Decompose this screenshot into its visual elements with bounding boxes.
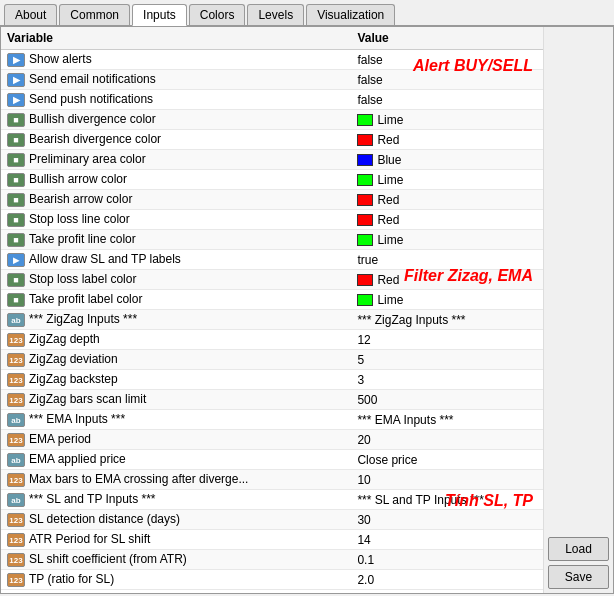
table-row[interactable]: ■Bearish divergence colorRed (1, 130, 543, 150)
col-variable: Variable (1, 27, 351, 50)
value-cell: 14 (351, 530, 543, 550)
value-cell: 2.0 (351, 570, 543, 590)
color-swatch (357, 154, 373, 166)
table-row[interactable]: ■Take profit line colorLime (1, 230, 543, 250)
value-cell: Lime (351, 290, 543, 310)
save-button[interactable]: Save (548, 565, 609, 589)
tab-about[interactable]: About (4, 4, 57, 25)
variable-label: Send email notifications (29, 72, 156, 86)
value-cell: 3 (351, 370, 543, 390)
num-icon: 123 (7, 433, 25, 447)
ab-icon: ab (7, 313, 25, 327)
table-row[interactable]: 123ATR Period for SL shift14 (1, 530, 543, 550)
value-cell: Red (351, 130, 543, 150)
variable-label: EMA applied price (29, 452, 126, 466)
tab-inputs[interactable]: Inputs (132, 4, 187, 26)
table-row[interactable]: ■Stop loss label colorRed (1, 270, 543, 290)
color-swatch (357, 174, 373, 186)
value-cell: Red (351, 210, 543, 230)
variable-cell: ■Bullish divergence color (1, 110, 351, 130)
variable-cell: 123ZigZag backstep (1, 370, 351, 390)
variable-label: ZigZag depth (29, 332, 100, 346)
table-row[interactable]: ▶Send email notificationsfalse (1, 70, 543, 90)
table-row[interactable]: ■Bullish arrow colorLime (1, 170, 543, 190)
value-cell: *** EMA Inputs *** (351, 410, 543, 430)
value-text: 20 (357, 433, 370, 447)
table-row[interactable]: abEMA applied priceClose price (1, 450, 543, 470)
value-text: Lime (377, 173, 403, 187)
value-text: true (357, 253, 378, 267)
value-text: 12 (357, 333, 370, 347)
load-button[interactable]: Load (548, 537, 609, 561)
color-icon: ■ (7, 293, 25, 307)
value-text: *** SL and TP Inputs *** (357, 493, 484, 507)
num-icon: 123 (7, 353, 25, 367)
bell-icon: ▶ (7, 53, 25, 67)
tab-colors[interactable]: Colors (189, 4, 246, 25)
table-row[interactable]: ab*** SL and TP Inputs ****** SL and TP … (1, 490, 543, 510)
table-row[interactable]: 123ZigZag depth12 (1, 330, 543, 350)
variable-label: *** ZigZag Inputs *** (29, 312, 137, 326)
table-row[interactable]: 123TP (ratio for SL)2.0 (1, 570, 543, 590)
color-icon: ■ (7, 213, 25, 227)
table-row[interactable]: 123Max bars to EMA crossing after diverg… (1, 470, 543, 490)
variable-cell: 123EMA period (1, 430, 351, 450)
color-swatch (357, 234, 373, 246)
num-icon: 123 (7, 533, 25, 547)
color-icon: ■ (7, 173, 25, 187)
table-row[interactable]: ▶Send push notificationsfalse (1, 90, 543, 110)
variable-cell: 123ZigZag bars scan limit (1, 390, 351, 410)
value-cell: Lime (351, 230, 543, 250)
value-cell: *** SL and TP Inputs *** (351, 490, 543, 510)
table-row[interactable]: ■Stop loss line colorRed (1, 210, 543, 230)
value-cell: false (351, 90, 543, 110)
table-row[interactable]: 123SL shift coefficient (from ATR)0.1 (1, 550, 543, 570)
variable-label: Take profit label color (29, 292, 142, 306)
color-icon: ■ (7, 153, 25, 167)
variable-label: TP (ratio for SL) (29, 572, 114, 586)
value-text: Red (377, 193, 399, 207)
value-text: Red (377, 133, 399, 147)
table-row[interactable]: ▶Show alertsfalse (1, 50, 543, 70)
num-icon: 123 (7, 333, 25, 347)
value-cell: Lime (351, 110, 543, 130)
color-icon: ■ (7, 273, 25, 287)
variable-label: Bullish divergence color (29, 112, 156, 126)
color-icon: ■ (7, 133, 25, 147)
table-row[interactable]: ▶Allow draw SL and TP labelstrue (1, 250, 543, 270)
ab-icon: ab (7, 493, 25, 507)
table-area[interactable]: Alert BUY/SELL Filter Zizag, EMA Tính SL… (1, 27, 543, 593)
tab-levels[interactable]: Levels (247, 4, 304, 25)
table-row[interactable]: ■Take profit label colorLime (1, 290, 543, 310)
table-row[interactable]: 123ZigZag deviation5 (1, 350, 543, 370)
table-row[interactable]: 123ZigZag backstep3 (1, 370, 543, 390)
num-icon: 123 (7, 473, 25, 487)
table-row[interactable]: ■Preliminary area colorBlue (1, 150, 543, 170)
value-cell: 10 (351, 470, 543, 490)
color-swatch (357, 134, 373, 146)
variable-cell: 123Max bars to EMA crossing after diverg… (1, 470, 351, 490)
table-row[interactable]: 123EMA period20 (1, 430, 543, 450)
value-text: 2.0 (357, 573, 374, 587)
value-cell: 20 (351, 430, 543, 450)
ab-icon: ab (7, 413, 25, 427)
value-text: 10 (357, 473, 370, 487)
num-icon: 123 (7, 513, 25, 527)
tab-common[interactable]: Common (59, 4, 130, 25)
table-row[interactable]: 123ZigZag bars scan limit500 (1, 390, 543, 410)
variable-label: ATR Period for SL shift (29, 532, 150, 546)
tab-visualization[interactable]: Visualization (306, 4, 395, 25)
table-row[interactable]: ab*** ZigZag Inputs ****** ZigZag Inputs… (1, 310, 543, 330)
table-row[interactable]: ■Bearish arrow colorRed (1, 190, 543, 210)
value-text: 14 (357, 533, 370, 547)
value-cell: 500 (351, 390, 543, 410)
table-row[interactable]: ab*** EMA Inputs ****** EMA Inputs *** (1, 410, 543, 430)
value-text: 0.1 (357, 553, 374, 567)
variable-label: Stop loss line color (29, 212, 130, 226)
table-row[interactable]: 123SL detection distance (days)30 (1, 510, 543, 530)
variable-cell: ab*** EMA Inputs *** (1, 410, 351, 430)
variable-label: SL detection distance (days) (29, 512, 180, 526)
table-row[interactable]: ■Bullish divergence colorLime (1, 110, 543, 130)
variable-label: Stop loss label color (29, 272, 136, 286)
variable-cell: ■Take profit label color (1, 290, 351, 310)
